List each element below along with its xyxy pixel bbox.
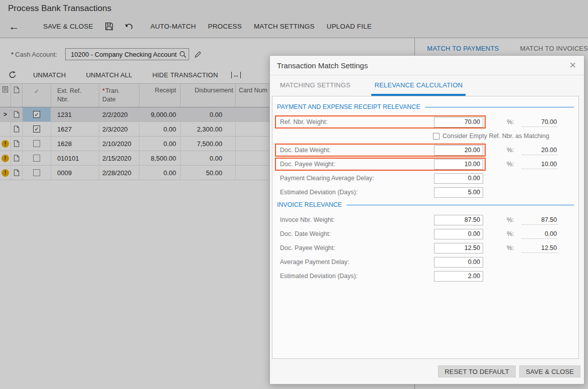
field-group: Estimated Deviation (Days):: [275, 186, 486, 199]
field-label: Doc. Payee Weight:: [280, 244, 434, 251]
percent-value: 10.00: [522, 160, 558, 169]
field-label: Doc. Date Weight:: [280, 230, 434, 237]
invoice-estimated-deviation-input[interactable]: [434, 271, 483, 282]
percent-label: %:: [507, 118, 518, 125]
percent-value: 0.00: [522, 229, 558, 239]
field-row-ref-nbr-weight: Ref. Nbr. Weight: %: 70.00: [275, 115, 574, 129]
field-row-estimated-deviation: Estimated Deviation (Days):: [275, 185, 574, 199]
dialog-tabs: MATCHING SETTINGS RELEVANCE CALCULATION: [270, 75, 584, 96]
doc-payee-weight-input[interactable]: [434, 159, 483, 170]
field-group: Estimated Deviation (Days):: [275, 270, 486, 283]
field-label: Doc. Payee Weight:: [280, 161, 434, 168]
close-icon[interactable]: ×: [567, 60, 578, 71]
percent-label: %:: [507, 147, 518, 154]
field-label: Invoce Nbr. Weight:: [280, 216, 434, 223]
invoice-doc-date-weight-input[interactable]: [434, 229, 483, 239]
highlighted-field-group: Ref. Nbr. Weight:: [275, 115, 486, 128]
percent-group: %: 70.00: [507, 117, 558, 127]
percent-value: 70.00: [522, 117, 558, 127]
payment-relevance-section-header: PAYMENT AND EXPENSE RECEIPT RELEVANCE: [277, 102, 574, 111]
percent-label: %:: [507, 216, 518, 223]
field-group: Doc. Date Weight:: [275, 227, 486, 240]
dialog-title: Transaction Match Settings: [277, 61, 567, 70]
percent-group: %: 10.00: [507, 160, 558, 169]
highlighted-field-group: Doc. Date Weight:: [275, 144, 486, 157]
field-row-doc-payee-weight: Doc. Payee Weight: %: 10.00: [275, 157, 574, 171]
percent-group: %: 12.50: [507, 243, 558, 253]
field-row-invoice-doc-payee-weight: Doc. Payee Weight: %: 12.50: [275, 241, 574, 255]
field-row-doc-date-weight: Doc. Date Weight: %: 20.00: [275, 143, 574, 157]
process-bank-transactions-screen: Process Bank Transactions ← SAVE & CLOSE…: [0, 0, 588, 389]
tab-relevance-calculation[interactable]: RELEVANCE CALCULATION: [371, 81, 466, 96]
invoice-relevance-section-header: INVOICE RELEVANCE: [277, 200, 574, 209]
field-row-avg-payment-delay: Average Payment Delay:: [275, 255, 574, 269]
doc-date-weight-input[interactable]: [434, 145, 483, 156]
field-label: Payment Clearing Average Delay:: [280, 175, 434, 182]
percent-group: %: 87.50: [507, 215, 558, 225]
section-divider-line: [347, 205, 574, 205]
field-label: Estimated Deviation (Days):: [280, 273, 434, 280]
percent-value: 12.50: [522, 243, 558, 253]
consider-empty-row: Consider Empty Ref. Nbr. as Matching: [275, 129, 574, 143]
percent-label: %:: [507, 230, 518, 237]
dialog-title-bar: Transaction Match Settings ×: [270, 56, 584, 75]
field-row-invoice-nbr-weight: Invoce Nbr. Weight: %: 87.50: [275, 213, 574, 227]
percent-group: %: 20.00: [507, 146, 558, 155]
field-group: Invoce Nbr. Weight:: [275, 213, 486, 226]
relevance-calculation-panel: PAYMENT AND EXPENSE RECEIPT RELEVANCE Re…: [272, 96, 579, 359]
field-label: Ref. Nbr. Weight:: [280, 118, 434, 125]
highlighted-field-group: Doc. Payee Weight:: [275, 158, 486, 171]
invoice-nbr-weight-input[interactable]: [434, 215, 483, 225]
transaction-match-settings-dialog: Transaction Match Settings × MATCHING SE…: [269, 55, 584, 384]
tab-matching-settings[interactable]: MATCHING SETTINGS: [277, 81, 353, 96]
ref-nbr-weight-input[interactable]: [434, 117, 483, 127]
dialog-footer: RESET TO DEFAULT SAVE & CLOSE: [270, 359, 584, 377]
field-group: Payment Clearing Average Delay:: [275, 172, 486, 185]
estimated-deviation-input[interactable]: [434, 187, 483, 198]
percent-label: %:: [507, 244, 518, 251]
field-group: Average Payment Delay:: [275, 255, 486, 269]
field-label: Average Payment Delay:: [280, 258, 434, 266]
reset-to-default-button[interactable]: RESET TO DEFAULT: [438, 365, 516, 377]
field-row-invoice-estimated-deviation: Estimated Deviation (Days):: [275, 269, 574, 283]
percent-label: %:: [507, 161, 518, 168]
field-label: Doc. Date Weight:: [280, 147, 434, 154]
consider-empty-checkbox[interactable]: [433, 133, 439, 140]
dialog-save-and-close-button[interactable]: SAVE & CLOSE: [519, 365, 580, 377]
average-payment-delay-input[interactable]: [434, 257, 483, 268]
field-row-clearing-delay: Payment Clearing Average Delay:: [275, 171, 574, 185]
payment-clearing-delay-input[interactable]: [434, 173, 483, 184]
percent-value: 20.00: [522, 146, 558, 155]
field-group: Doc. Payee Weight:: [275, 241, 486, 254]
consider-empty-label: Consider Empty Ref. Nbr. as Matching: [443, 133, 549, 140]
percent-group: %: 0.00: [507, 229, 558, 239]
field-row-invoice-doc-date-weight: Doc. Date Weight: %: 0.00: [275, 227, 574, 241]
section-divider-line: [425, 107, 574, 107]
invoice-doc-payee-weight-input[interactable]: [434, 243, 483, 253]
percent-value: 87.50: [522, 215, 558, 225]
field-label: Estimated Deviation (Days):: [280, 189, 434, 196]
